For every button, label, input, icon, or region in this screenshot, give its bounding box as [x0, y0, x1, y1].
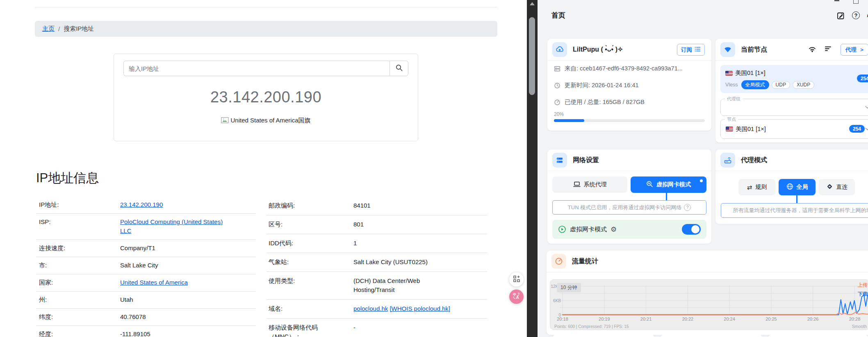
- tab-system-proxy[interactable]: 系统代理: [552, 176, 627, 193]
- ip-info-table-right: 邮政编码: 84101 区号: 801 IDD代码: 1 气象站: Salt L…: [267, 197, 487, 337]
- table-row: ISP: PoloCloud Computing (United States)…: [36, 214, 256, 240]
- info-label: 邮政编码:: [267, 201, 353, 210]
- tun-settings-gear-icon[interactable]: ⚙: [611, 225, 617, 234]
- globe-icon: [786, 183, 793, 191]
- network-card-title: 网络设置: [573, 156, 599, 165]
- profile-usage: 已使用 / 总量: 165GB / 827GB: [565, 98, 645, 106]
- svg-text:20:24: 20:24: [724, 317, 735, 321]
- info-label: 域名:: [267, 304, 353, 313]
- breadcrumb-home-link[interactable]: 主页: [42, 25, 55, 33]
- node-card-title: 当前节点: [741, 45, 767, 54]
- tun-toggle-switch[interactable]: [682, 224, 701, 235]
- sort-icon[interactable]: [825, 45, 832, 52]
- direct-arrow-icon: [826, 183, 833, 191]
- tab-tun-label: 虚拟网卡模式: [656, 181, 691, 188]
- profile-updated-row: 更新时间: 2026-01-24 16:41: [554, 81, 706, 89]
- proxy-mode-title: 代理模式: [741, 156, 767, 165]
- whois-link[interactable]: [WHOIS polocloud.hk]: [390, 305, 450, 312]
- search-button[interactable]: [390, 61, 408, 76]
- scrollbar-thumb[interactable]: [529, 17, 535, 95]
- ip-search-input[interactable]: [123, 61, 390, 76]
- clock-icon: [554, 82, 560, 89]
- magnifier-wave-icon: [646, 181, 653, 189]
- mode-global-button[interactable]: 全局: [779, 179, 816, 195]
- extension-grid-button[interactable]: [509, 272, 524, 287]
- info-label: 使用类型:: [267, 276, 353, 294]
- browser-page: 主页 / 搜索IP地址 23.142.200.190 United States…: [0, 0, 527, 337]
- screenshot-canvas: 主页 / 搜索IP地址 23.142.200.190 United States…: [0, 0, 868, 337]
- table-row: 纬度: 40.76078: [36, 309, 256, 326]
- subscribe-button[interactable]: 订阅: [677, 44, 705, 56]
- divider: [715, 60, 868, 61]
- us-flag-icon: [726, 127, 733, 131]
- tab-system-label: 系统代理: [584, 181, 607, 188]
- scroll-up-arrow-icon[interactable]: [530, 2, 535, 5]
- translate-button[interactable]: 中A: [509, 290, 524, 304]
- time-range-badge[interactable]: 10 分钟: [557, 283, 581, 292]
- help-icon[interactable]: ?: [852, 11, 860, 19]
- info-label: 连接速度:: [36, 244, 120, 253]
- country-link[interactable]: United States of America: [120, 279, 188, 286]
- info-value: -111.89105: [120, 330, 225, 337]
- proxy-group-label: 代理组: [725, 96, 743, 102]
- minimize-button[interactable]: [834, 0, 839, 1]
- isp-link[interactable]: PoloCloud Computing (United States) LLC: [120, 218, 223, 234]
- settings-gear-icon[interactable]: ⚙: [866, 11, 868, 20]
- traffic-chart-svg: 20:1820:1920:2120:2220:2420:2520:2620:28…: [550, 280, 868, 330]
- restore-button[interactable]: [853, 0, 859, 4]
- traffic-gauge-icon: [551, 254, 566, 269]
- table-row: 市: Salt Lake City: [36, 257, 256, 274]
- node-select[interactable]: 节点 美国01 [1×] 254: [720, 119, 868, 139]
- chart-stats-line: Points: 600 | Compressed: 719 | FPS: 15: [554, 324, 629, 329]
- table-row: 连接速度: Company/T1: [36, 240, 256, 257]
- top-divider: [35, 7, 497, 7]
- table-row: IP地址: 23.142.200.190: [36, 197, 256, 214]
- info-value: Company/T1: [120, 244, 225, 253]
- docs-icon[interactable]: [836, 11, 845, 22]
- divider: [547, 171, 711, 171]
- proxy-app-window: 首页 ? ⚙ LiltPupu ( •̀ᴗ•́ )✧ 订阅 来自: cceb14…: [538, 0, 868, 337]
- info-label: IDD代码:: [267, 239, 353, 248]
- subscription-profile-card: LiltPupu ( •̀ᴗ•́ )✧ 订阅 来自: cceb1467-edf6…: [547, 39, 711, 131]
- tun-toggle-label: 虚拟网卡模式: [570, 226, 607, 233]
- divider: [547, 272, 868, 272]
- app-page-title: 首页: [551, 11, 565, 20]
- table-row: 域名: polocloud.hk [WHOIS polocloud.hk]: [267, 300, 487, 319]
- info-label: 经度:: [36, 330, 120, 337]
- traffic-legend-upload: 上传: [858, 282, 868, 289]
- mode-info-text: 所有流量均通过代理服务器，适用于需要全局科学上网的场景: [733, 207, 868, 214]
- mode-global-label: 全局: [797, 183, 808, 191]
- proxy-group-select[interactable]: 代理组: [720, 99, 868, 116]
- profile-progress-fill: [554, 119, 584, 122]
- tab-tun-mode[interactable]: 虚拟网卡模式: [631, 176, 706, 193]
- mode-rule-label: 规则: [755, 183, 767, 191]
- proxy-button-label: 代理: [845, 46, 857, 54]
- info-label: IP地址:: [36, 200, 120, 209]
- mode-direct-button[interactable]: 直连: [819, 179, 855, 195]
- flag-alt-text: United States of America国旗: [230, 117, 310, 124]
- active-dot: [700, 179, 703, 182]
- subscribe-label: 订阅: [681, 46, 692, 54]
- ip-link[interactable]: 23.142.200.190: [120, 201, 163, 208]
- domain-link[interactable]: polocloud.hk: [353, 305, 388, 312]
- list-icon: [695, 46, 701, 53]
- mode-rule-button[interactable]: ⇄ 规则: [738, 179, 775, 195]
- proxy-page-button[interactable]: 代理 >: [841, 44, 868, 56]
- speed-test-icon[interactable]: [808, 45, 816, 54]
- server-icon: [554, 66, 560, 72]
- active-node-box[interactable]: 美国01 [1×] Vless 全局模式 UDP XUDP 254: [720, 65, 868, 93]
- svg-text:20:19: 20:19: [599, 317, 610, 321]
- chart-smooth-label: Smooth: [852, 324, 867, 329]
- connector-line: [796, 195, 797, 203]
- router-icon: [720, 153, 735, 167]
- ip-search-card: 23.142.200.190 United States of America国…: [114, 54, 418, 141]
- browser-scrollbar[interactable]: [527, 0, 538, 337]
- tun-info-box: TUN 模式已启用，应用将通过虚拟网卡访问网络 ?: [552, 200, 706, 215]
- divider: [547, 60, 711, 61]
- question-circle-icon[interactable]: ?: [684, 204, 691, 211]
- node-name: 美国01 [1×]: [735, 69, 765, 77]
- table-row: 州: Utah: [36, 292, 256, 309]
- table-row: 使用类型: (DCH) Data Center/Web Hosting/Tran…: [267, 272, 487, 300]
- svg-text:20:25: 20:25: [765, 317, 777, 321]
- search-input-group: [123, 61, 408, 76]
